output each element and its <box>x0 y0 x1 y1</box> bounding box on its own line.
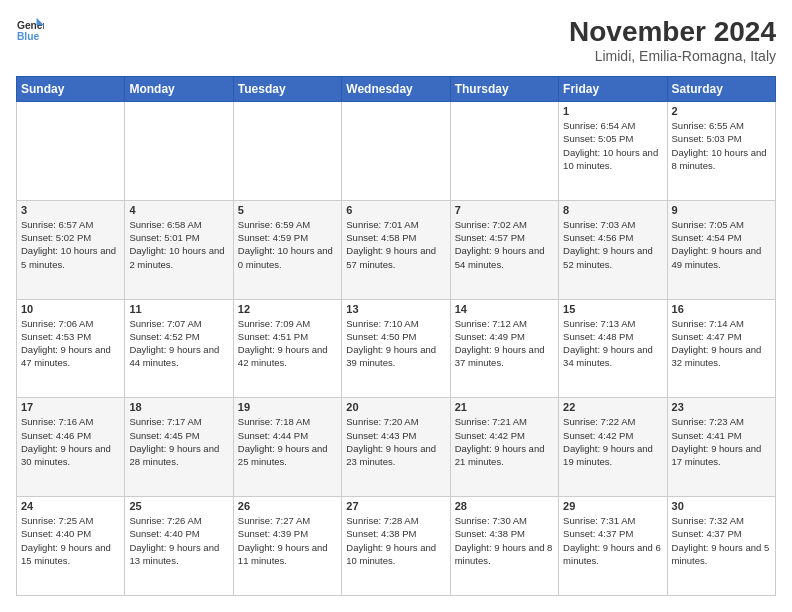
calendar-cell <box>233 102 341 201</box>
day-number: 7 <box>455 204 554 216</box>
day-number: 21 <box>455 401 554 413</box>
day-info: Sunrise: 6:55 AM Sunset: 5:03 PM Dayligh… <box>672 119 771 172</box>
header-sunday: Sunday <box>17 77 125 102</box>
day-number: 28 <box>455 500 554 512</box>
day-info: Sunrise: 7:25 AM Sunset: 4:40 PM Dayligh… <box>21 514 120 567</box>
day-info: Sunrise: 7:28 AM Sunset: 4:38 PM Dayligh… <box>346 514 445 567</box>
day-number: 24 <box>21 500 120 512</box>
calendar-cell: 9Sunrise: 7:05 AM Sunset: 4:54 PM Daylig… <box>667 200 775 299</box>
day-info: Sunrise: 7:20 AM Sunset: 4:43 PM Dayligh… <box>346 415 445 468</box>
day-info: Sunrise: 7:16 AM Sunset: 4:46 PM Dayligh… <box>21 415 120 468</box>
day-number: 25 <box>129 500 228 512</box>
calendar-cell: 25Sunrise: 7:26 AM Sunset: 4:40 PM Dayli… <box>125 497 233 596</box>
day-info: Sunrise: 7:23 AM Sunset: 4:41 PM Dayligh… <box>672 415 771 468</box>
calendar-header-row: Sunday Monday Tuesday Wednesday Thursday… <box>17 77 776 102</box>
header-friday: Friday <box>559 77 667 102</box>
calendar-week-2: 3Sunrise: 6:57 AM Sunset: 5:02 PM Daylig… <box>17 200 776 299</box>
day-info: Sunrise: 7:27 AM Sunset: 4:39 PM Dayligh… <box>238 514 337 567</box>
calendar-cell: 12Sunrise: 7:09 AM Sunset: 4:51 PM Dayli… <box>233 299 341 398</box>
title-block: November 2024 Limidi, Emilia-Romagna, It… <box>569 16 776 64</box>
day-number: 6 <box>346 204 445 216</box>
calendar-cell: 16Sunrise: 7:14 AM Sunset: 4:47 PM Dayli… <box>667 299 775 398</box>
calendar-cell <box>450 102 558 201</box>
day-info: Sunrise: 7:12 AM Sunset: 4:49 PM Dayligh… <box>455 317 554 370</box>
day-number: 8 <box>563 204 662 216</box>
day-number: 2 <box>672 105 771 117</box>
header-thursday: Thursday <box>450 77 558 102</box>
day-info: Sunrise: 7:10 AM Sunset: 4:50 PM Dayligh… <box>346 317 445 370</box>
day-number: 4 <box>129 204 228 216</box>
calendar-week-1: 1Sunrise: 6:54 AM Sunset: 5:05 PM Daylig… <box>17 102 776 201</box>
calendar-week-5: 24Sunrise: 7:25 AM Sunset: 4:40 PM Dayli… <box>17 497 776 596</box>
day-number: 16 <box>672 303 771 315</box>
header-monday: Monday <box>125 77 233 102</box>
day-number: 14 <box>455 303 554 315</box>
day-info: Sunrise: 6:58 AM Sunset: 5:01 PM Dayligh… <box>129 218 228 271</box>
day-info: Sunrise: 7:02 AM Sunset: 4:57 PM Dayligh… <box>455 218 554 271</box>
calendar-cell: 23Sunrise: 7:23 AM Sunset: 4:41 PM Dayli… <box>667 398 775 497</box>
day-info: Sunrise: 7:03 AM Sunset: 4:56 PM Dayligh… <box>563 218 662 271</box>
day-number: 17 <box>21 401 120 413</box>
day-number: 26 <box>238 500 337 512</box>
calendar-cell: 28Sunrise: 7:30 AM Sunset: 4:38 PM Dayli… <box>450 497 558 596</box>
day-number: 5 <box>238 204 337 216</box>
day-info: Sunrise: 7:13 AM Sunset: 4:48 PM Dayligh… <box>563 317 662 370</box>
day-info: Sunrise: 7:32 AM Sunset: 4:37 PM Dayligh… <box>672 514 771 567</box>
day-info: Sunrise: 7:09 AM Sunset: 4:51 PM Dayligh… <box>238 317 337 370</box>
calendar-cell <box>125 102 233 201</box>
day-info: Sunrise: 7:30 AM Sunset: 4:38 PM Dayligh… <box>455 514 554 567</box>
calendar-cell: 3Sunrise: 6:57 AM Sunset: 5:02 PM Daylig… <box>17 200 125 299</box>
calendar-cell: 18Sunrise: 7:17 AM Sunset: 4:45 PM Dayli… <box>125 398 233 497</box>
logo: General Blue <box>16 16 44 44</box>
calendar-cell: 11Sunrise: 7:07 AM Sunset: 4:52 PM Dayli… <box>125 299 233 398</box>
calendar-week-4: 17Sunrise: 7:16 AM Sunset: 4:46 PM Dayli… <box>17 398 776 497</box>
calendar-cell: 29Sunrise: 7:31 AM Sunset: 4:37 PM Dayli… <box>559 497 667 596</box>
day-info: Sunrise: 7:26 AM Sunset: 4:40 PM Dayligh… <box>129 514 228 567</box>
day-info: Sunrise: 7:21 AM Sunset: 4:42 PM Dayligh… <box>455 415 554 468</box>
calendar-cell: 24Sunrise: 7:25 AM Sunset: 4:40 PM Dayli… <box>17 497 125 596</box>
calendar-cell: 30Sunrise: 7:32 AM Sunset: 4:37 PM Dayli… <box>667 497 775 596</box>
day-info: Sunrise: 7:22 AM Sunset: 4:42 PM Dayligh… <box>563 415 662 468</box>
day-number: 30 <box>672 500 771 512</box>
header-tuesday: Tuesday <box>233 77 341 102</box>
calendar-cell: 14Sunrise: 7:12 AM Sunset: 4:49 PM Dayli… <box>450 299 558 398</box>
day-info: Sunrise: 7:01 AM Sunset: 4:58 PM Dayligh… <box>346 218 445 271</box>
header-saturday: Saturday <box>667 77 775 102</box>
calendar-cell: 15Sunrise: 7:13 AM Sunset: 4:48 PM Dayli… <box>559 299 667 398</box>
day-number: 18 <box>129 401 228 413</box>
calendar-cell: 7Sunrise: 7:02 AM Sunset: 4:57 PM Daylig… <box>450 200 558 299</box>
day-number: 15 <box>563 303 662 315</box>
calendar-cell: 1Sunrise: 6:54 AM Sunset: 5:05 PM Daylig… <box>559 102 667 201</box>
calendar-cell: 10Sunrise: 7:06 AM Sunset: 4:53 PM Dayli… <box>17 299 125 398</box>
day-number: 9 <box>672 204 771 216</box>
day-number: 22 <box>563 401 662 413</box>
day-number: 19 <box>238 401 337 413</box>
calendar-cell: 21Sunrise: 7:21 AM Sunset: 4:42 PM Dayli… <box>450 398 558 497</box>
day-info: Sunrise: 6:59 AM Sunset: 4:59 PM Dayligh… <box>238 218 337 271</box>
day-info: Sunrise: 7:31 AM Sunset: 4:37 PM Dayligh… <box>563 514 662 567</box>
day-info: Sunrise: 7:14 AM Sunset: 4:47 PM Dayligh… <box>672 317 771 370</box>
calendar-cell: 6Sunrise: 7:01 AM Sunset: 4:58 PM Daylig… <box>342 200 450 299</box>
day-number: 11 <box>129 303 228 315</box>
calendar-cell: 13Sunrise: 7:10 AM Sunset: 4:50 PM Dayli… <box>342 299 450 398</box>
day-number: 13 <box>346 303 445 315</box>
day-info: Sunrise: 7:05 AM Sunset: 4:54 PM Dayligh… <box>672 218 771 271</box>
calendar-cell: 22Sunrise: 7:22 AM Sunset: 4:42 PM Dayli… <box>559 398 667 497</box>
calendar-cell: 19Sunrise: 7:18 AM Sunset: 4:44 PM Dayli… <box>233 398 341 497</box>
calendar-cell: 5Sunrise: 6:59 AM Sunset: 4:59 PM Daylig… <box>233 200 341 299</box>
calendar-cell <box>17 102 125 201</box>
day-number: 1 <box>563 105 662 117</box>
day-number: 12 <box>238 303 337 315</box>
day-info: Sunrise: 6:57 AM Sunset: 5:02 PM Dayligh… <box>21 218 120 271</box>
day-info: Sunrise: 7:06 AM Sunset: 4:53 PM Dayligh… <box>21 317 120 370</box>
svg-text:Blue: Blue <box>17 31 40 42</box>
calendar-cell: 8Sunrise: 7:03 AM Sunset: 4:56 PM Daylig… <box>559 200 667 299</box>
month-title: November 2024 <box>569 16 776 48</box>
calendar-cell: 20Sunrise: 7:20 AM Sunset: 4:43 PM Dayli… <box>342 398 450 497</box>
header-wednesday: Wednesday <box>342 77 450 102</box>
day-number: 20 <box>346 401 445 413</box>
calendar-cell: 4Sunrise: 6:58 AM Sunset: 5:01 PM Daylig… <box>125 200 233 299</box>
logo-icon: General Blue <box>16 16 44 44</box>
day-number: 10 <box>21 303 120 315</box>
day-info: Sunrise: 7:07 AM Sunset: 4:52 PM Dayligh… <box>129 317 228 370</box>
